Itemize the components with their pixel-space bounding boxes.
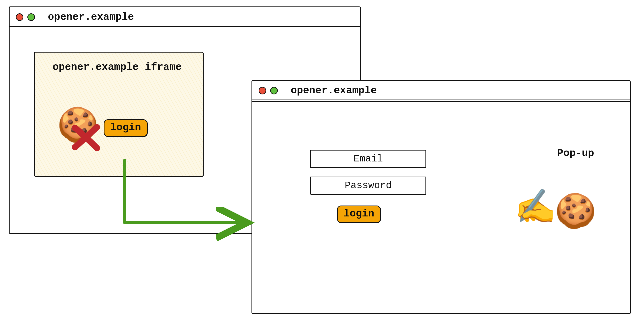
diagram-stage: opener.example opener.example iframe 🍪 l… xyxy=(0,0,644,328)
flow-arrow xyxy=(0,0,644,328)
